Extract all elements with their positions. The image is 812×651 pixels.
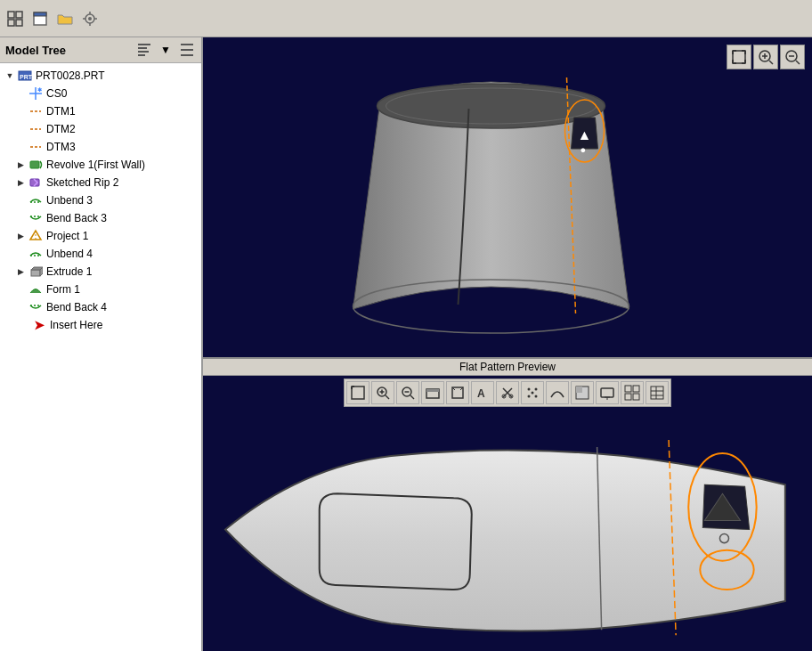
dtm2-icon	[28, 121, 44, 137]
model-tree-settings-icon[interactable]	[135, 41, 153, 59]
svg-rect-58	[352, 387, 364, 399]
tree-item-revolve1[interactable]: ▶ Revolve 1(First Wall)	[0, 156, 201, 174]
project1-label: Project 1	[46, 230, 88, 242]
tree-item-bend-back3[interactable]: Bend Back 3	[0, 209, 201, 227]
3d-shape: ▲ ●	[327, 51, 656, 354]
svg-rect-85	[601, 388, 613, 397]
svg-rect-2	[8, 20, 14, 26]
svg-rect-91	[633, 394, 639, 400]
tree-root[interactable]: ▼ PRT PRT0028.PRT	[0, 67, 201, 85]
tree-item-unbend4[interactable]: Unbend 4	[0, 245, 201, 263]
main-toolbar	[0, 0, 812, 37]
svg-text:✱: ✱	[37, 87, 42, 93]
svg-rect-89	[633, 386, 639, 392]
svg-line-67	[410, 395, 414, 399]
model-tree-title: Model Tree	[5, 44, 132, 57]
fp-text-button[interactable]: A	[471, 381, 494, 404]
tree-item-insert-here[interactable]: ➤ Insert Here	[0, 316, 201, 334]
svg-rect-14	[138, 51, 149, 53]
form1-label: Form 1	[46, 283, 80, 296]
settings-button[interactable]	[78, 7, 102, 30]
fp-scissors-button[interactable]	[496, 381, 519, 404]
svg-rect-84	[576, 387, 582, 393]
tree-item-bend-back4[interactable]: Bend Back 4	[0, 298, 201, 316]
fp-grid-button[interactable]	[621, 381, 644, 404]
sketched-rip2-icon	[28, 175, 44, 191]
svg-text:PRT: PRT	[20, 74, 32, 80]
svg-rect-88	[625, 386, 631, 392]
svg-rect-18	[181, 54, 193, 56]
project1-expand[interactable]: ▶	[14, 230, 27, 242]
grid-button[interactable]	[4, 7, 27, 30]
zoom-out-button[interactable]	[780, 45, 805, 69]
svg-point-81	[535, 395, 538, 398]
tree-item-unbend3[interactable]: Unbend 3	[0, 191, 201, 209]
dtm1-expand-placeholder	[14, 105, 27, 118]
tree-item-project1[interactable]: ▶ Project 1	[0, 227, 201, 245]
bend-back4-icon	[28, 299, 44, 315]
form1-icon	[28, 281, 44, 297]
svg-rect-0	[8, 12, 14, 18]
project1-icon	[28, 228, 44, 244]
tree-item-form1[interactable]: Form 1	[0, 281, 201, 298]
tree-item-dtm2[interactable]: DTM2	[0, 120, 201, 138]
svg-rect-33	[31, 270, 40, 276]
fp-points-button[interactable]	[521, 381, 544, 404]
sketched-rip2-expand[interactable]: ▶	[14, 176, 27, 189]
svg-text:●: ●	[581, 144, 587, 155]
fp-display-button[interactable]	[596, 381, 619, 404]
svg-point-51	[378, 84, 605, 128]
tree-item-dtm1[interactable]: DTM1	[0, 102, 201, 120]
svg-point-78	[528, 388, 531, 391]
revolve1-label: Revolve 1(First Wall)	[46, 159, 145, 171]
fp-perspective-button[interactable]	[446, 381, 469, 404]
unbend4-icon	[28, 246, 44, 262]
revolve1-expand[interactable]: ▶	[14, 159, 27, 171]
fp-zoom-in-button[interactable]	[371, 381, 394, 404]
svg-line-64	[386, 395, 389, 399]
svg-rect-27	[30, 161, 39, 168]
left-panel: Model Tree ▼ ▼	[0, 37, 203, 651]
flat-pattern-toolbar: A	[344, 378, 671, 407]
root-label: PRT0028.PRT	[36, 69, 105, 82]
svg-point-53	[353, 280, 629, 333]
svg-line-50	[796, 61, 800, 64]
right-panel: ▲ ● Flat Pattern Preview	[203, 37, 812, 651]
svg-rect-12	[138, 44, 150, 45]
tree-item-cs0[interactable]: ✱ CS0	[0, 85, 201, 102]
cs0-label: CS0	[46, 87, 67, 100]
main-content: Model Tree ▼ ▼	[0, 37, 812, 651]
fp-table-button[interactable]	[646, 381, 669, 404]
open-button[interactable]	[53, 7, 77, 30]
flat-pattern-area: Flat Pattern Preview	[203, 357, 812, 651]
root-icon: PRT	[17, 68, 33, 84]
fp-fit-button[interactable]	[346, 381, 369, 404]
dtm3-label: DTM3	[46, 141, 76, 153]
new-window-button[interactable]	[28, 7, 52, 30]
insert-here-icon: ➤	[31, 317, 47, 333]
dtm2-label: DTM2	[46, 123, 76, 135]
tree-item-dtm3[interactable]: DTM3	[0, 138, 201, 156]
fp-window-button[interactable]	[421, 381, 444, 404]
fp-zoom-out-button[interactable]	[396, 381, 419, 404]
root-expand[interactable]: ▼	[4, 69, 16, 82]
revolve1-icon	[28, 157, 44, 173]
tree-item-sketched-rip2[interactable]: ▶ Sketched Rip 2	[0, 174, 201, 191]
model-tree-header: Model Tree ▼	[0, 37, 201, 63]
unbend3-label: Unbend 3	[46, 194, 93, 207]
model-tree-options-icon[interactable]	[178, 41, 196, 59]
cs0-icon: ✱	[28, 85, 44, 102]
bend-back3-icon	[28, 210, 44, 226]
tree-item-extrude1[interactable]: ▶ Extrude 1	[0, 263, 201, 281]
flat-pattern-title: Flat Pattern Preview	[203, 359, 812, 376]
fp-curve-button[interactable]	[546, 381, 569, 404]
svg-rect-92	[651, 387, 663, 399]
fit-view-button[interactable]	[727, 45, 751, 69]
model-tree-menu-icon[interactable]: ▼	[157, 41, 175, 59]
viewport-3d[interactable]: ▲ ●	[203, 37, 812, 357]
fp-shade-button[interactable]	[571, 381, 594, 404]
sketched-rip2-label: Sketched Rip 2	[46, 176, 118, 189]
extrude1-expand[interactable]: ▶	[14, 265, 27, 278]
svg-rect-1	[16, 12, 22, 18]
zoom-in-button[interactable]	[753, 45, 778, 69]
